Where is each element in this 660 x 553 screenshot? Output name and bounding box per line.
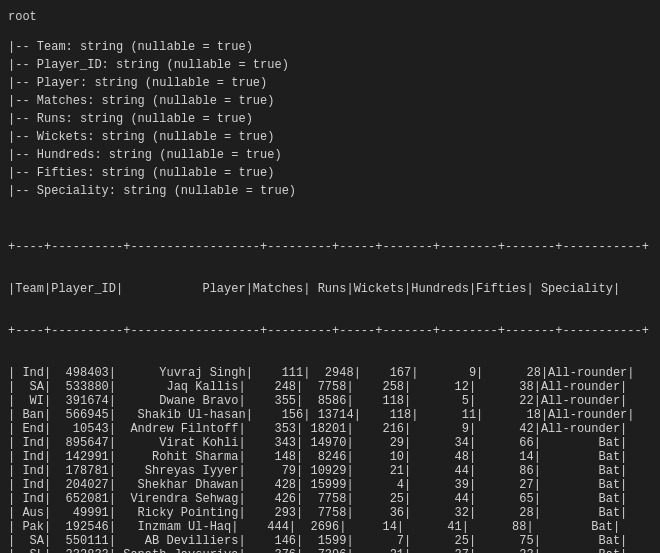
- table-container: +----+----------+------------------+----…: [8, 212, 652, 553]
- table-row: | Ind| 895647| Virat Kohli| 343| 14970| …: [8, 436, 652, 450]
- table-row: | SA| 550111| AB Devilliers| 146| 1599| …: [8, 534, 652, 548]
- schema-field: |-- Runs: string (nullable = true): [8, 110, 652, 128]
- schema-field: |-- Speciality: string (nullable = true): [8, 182, 652, 200]
- table-separator-mid: +----+----------+------------------+----…: [8, 324, 652, 338]
- table-row: | Pak| 192546| Inzmam Ul-Haq| 444| 2696|…: [8, 520, 652, 534]
- table-row: | End| 10543| Andrew Filntoff| 353| 1820…: [8, 422, 652, 436]
- table-row: | Ban| 566945| Shakib Ul-hasan| 156| 137…: [8, 408, 652, 422]
- schema-fields: |-- Team: string (nullable = true)|-- Pl…: [8, 38, 652, 200]
- table-row: | SA| 533880| Jaq Kallis| 248| 7758| 258…: [8, 380, 652, 394]
- schema-field: |-- Player: string (nullable = true): [8, 74, 652, 92]
- schema-field: |-- Team: string (nullable = true): [8, 38, 652, 56]
- root-label: root: [8, 10, 37, 24]
- table-row: | Ind| 204027| Shekhar Dhawan| 428| 1599…: [8, 478, 652, 492]
- table-row: | Ind| 142991| Rohit Sharma| 148| 8246| …: [8, 450, 652, 464]
- schema-field: |-- Player_ID: string (nullable = true): [8, 56, 652, 74]
- table-separator-top: +----+----------+------------------+----…: [8, 240, 652, 254]
- table-row: | SL| 232833| Sanath Jaysuriya| 376| 739…: [8, 548, 652, 553]
- table-row: | Aus| 49991| Ricky Pointing| 293| 7758|…: [8, 506, 652, 520]
- table-row: | WI| 391674| Dwane Bravo| 355| 8586| 11…: [8, 394, 652, 408]
- table-rows: | Ind| 498403| Yuvraj Singh| 111| 2948| …: [8, 366, 652, 553]
- table-row: | Ind| 652081| Virendra Sehwag| 426| 775…: [8, 492, 652, 506]
- schema-field: |-- Hundreds: string (nullable = true): [8, 146, 652, 164]
- schema-section: root: [8, 8, 652, 26]
- schema-field: |-- Matches: string (nullable = true): [8, 92, 652, 110]
- table-row: | Ind| 178781| Shreyas Iyyer| 79| 10929|…: [8, 464, 652, 478]
- schema-field: |-- Fifties: string (nullable = true): [8, 164, 652, 182]
- table-row: | Ind| 498403| Yuvraj Singh| 111| 2948| …: [8, 366, 652, 380]
- schema-field: |-- Wickets: string (nullable = true): [8, 128, 652, 146]
- table-header: |Team|Player_ID| Player|Matches| Runs|Wi…: [8, 282, 652, 296]
